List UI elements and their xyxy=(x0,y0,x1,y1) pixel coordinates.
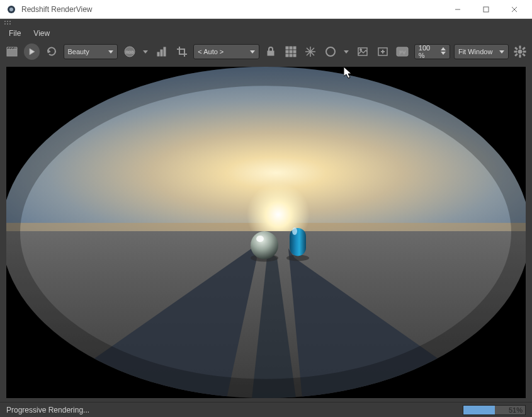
auto-dropdown[interactable]: < Auto > xyxy=(193,44,259,59)
maximize-button[interactable] xyxy=(472,0,500,19)
svg-rect-6 xyxy=(7,49,17,56)
levels-icon[interactable] xyxy=(154,43,170,60)
refresh-icon[interactable] xyxy=(43,43,60,60)
zoom-value: 100 % xyxy=(419,44,438,59)
status-text: Progressive Rendering... xyxy=(6,406,89,414)
gear-icon[interactable] xyxy=(512,43,529,60)
svg-rect-55 xyxy=(515,54,518,56)
svg-point-66 xyxy=(251,231,278,260)
crop-icon[interactable] xyxy=(174,43,190,60)
chevron-down-icon xyxy=(250,48,255,55)
snapshot-add-icon[interactable] xyxy=(375,43,391,60)
statusbar: Progressive Rendering... 51% xyxy=(0,402,532,417)
svg-marker-46 xyxy=(499,50,504,54)
svg-rect-24 xyxy=(293,47,296,49)
menubar: File View xyxy=(0,26,532,40)
svg-marker-16 xyxy=(143,50,148,54)
clapperboard-icon[interactable] xyxy=(4,43,20,60)
svg-rect-50 xyxy=(514,51,517,52)
render-viewport-frame xyxy=(6,67,526,398)
freeze-icon[interactable] xyxy=(303,43,319,60)
minimize-button[interactable] xyxy=(443,0,472,19)
svg-point-35 xyxy=(326,47,335,56)
close-button[interactable] xyxy=(500,0,528,19)
svg-point-38 xyxy=(360,49,362,51)
svg-rect-51 xyxy=(523,51,526,52)
svg-point-1 xyxy=(9,8,13,11)
svg-marker-45 xyxy=(441,52,446,55)
svg-rect-3 xyxy=(484,7,489,12)
menu-view[interactable]: View xyxy=(27,28,56,39)
render-viewport[interactable] xyxy=(6,67,526,398)
svg-rect-18 xyxy=(161,50,162,56)
circle-dropdown-caret[interactable] xyxy=(342,49,351,54)
progress-bar: 51% xyxy=(463,405,526,415)
menu-file[interactable]: File xyxy=(3,28,27,39)
toolbar: Beauty RGB < Auto > PV xyxy=(0,40,532,63)
svg-marker-13 xyxy=(108,50,113,54)
channel-dropdown-label: Beauty xyxy=(68,48,89,55)
svg-rect-28 xyxy=(286,54,288,57)
svg-rect-23 xyxy=(290,47,292,49)
svg-rect-30 xyxy=(293,54,296,57)
svg-rect-49 xyxy=(519,55,521,57)
window-title: Redshift RenderView xyxy=(21,5,443,14)
svg-point-47 xyxy=(518,50,522,54)
svg-marker-44 xyxy=(441,47,446,50)
svg-marker-36 xyxy=(344,50,349,54)
progress-fill xyxy=(463,406,495,414)
lock-icon[interactable] xyxy=(263,43,280,60)
svg-point-67 xyxy=(256,236,264,242)
picture-viewer-icon[interactable]: PV xyxy=(394,43,410,60)
auto-dropdown-label: < Auto > xyxy=(198,48,224,55)
dock-griprow xyxy=(0,19,532,26)
chevron-down-icon xyxy=(108,48,113,55)
svg-rect-26 xyxy=(290,50,292,53)
grid-icon[interactable] xyxy=(283,43,299,60)
svg-text:PV: PV xyxy=(399,50,406,55)
svg-rect-21 xyxy=(268,51,274,55)
svg-rect-17 xyxy=(157,52,159,56)
svg-marker-12 xyxy=(48,50,50,53)
svg-rect-27 xyxy=(293,50,296,53)
svg-rect-22 xyxy=(286,47,288,49)
zoom-spinner[interactable]: 100 % xyxy=(414,44,450,59)
fit-dropdown-label: Fit Window xyxy=(458,48,492,55)
circle-icon[interactable] xyxy=(322,43,339,60)
svg-rect-29 xyxy=(290,54,292,57)
svg-rect-69 xyxy=(290,228,306,256)
titlebar: Redshift RenderView xyxy=(0,0,532,19)
svg-point-70 xyxy=(292,227,297,235)
play-button[interactable] xyxy=(24,43,40,60)
app-icon xyxy=(6,4,16,14)
svg-rect-25 xyxy=(286,50,288,53)
rgb-dropdown-caret[interactable] xyxy=(142,49,150,54)
svg-rect-19 xyxy=(164,47,166,56)
dock-grip-icon[interactable] xyxy=(4,20,11,25)
svg-rect-53 xyxy=(523,54,525,56)
svg-text:RGB: RGB xyxy=(125,50,133,54)
svg-rect-52 xyxy=(515,47,518,50)
rgb-icon[interactable]: RGB xyxy=(122,43,138,60)
svg-rect-48 xyxy=(519,46,521,49)
channel-dropdown[interactable]: Beauty xyxy=(64,44,118,59)
progress-percent-label: 51% xyxy=(509,406,523,414)
svg-rect-54 xyxy=(523,47,525,50)
svg-marker-11 xyxy=(30,49,35,55)
fit-dropdown[interactable]: Fit Window xyxy=(454,44,509,59)
svg-marker-20 xyxy=(250,50,255,54)
chevron-down-icon xyxy=(499,48,504,55)
spinner-arrows-icon xyxy=(441,47,446,56)
image-icon[interactable] xyxy=(354,43,371,60)
